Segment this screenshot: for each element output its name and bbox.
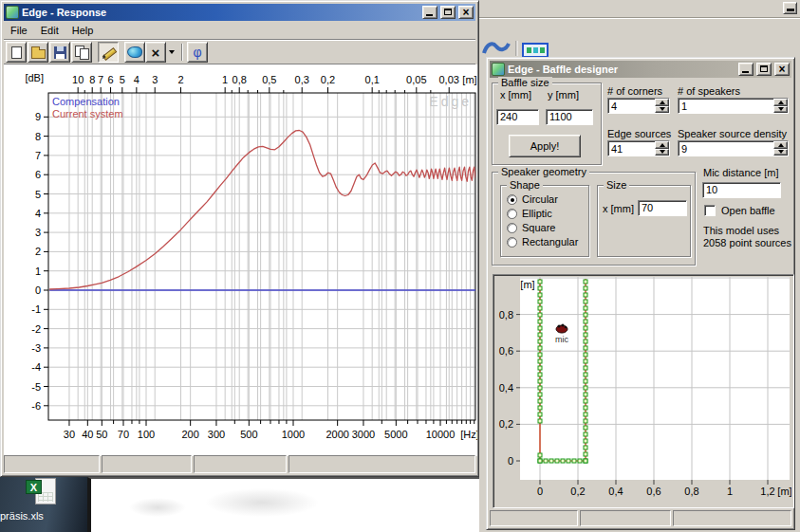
spin-down-button[interactable] — [773, 106, 788, 114]
radio-elliptic[interactable]: Elliptic — [507, 208, 552, 219]
save-floppy-icon — [54, 46, 66, 59]
response-statusbar — [4, 455, 475, 473]
mic-distance-input[interactable]: 10 — [702, 182, 781, 198]
save-button[interactable] — [49, 42, 70, 63]
close-button[interactable]: × — [458, 6, 474, 19]
copy-icon — [75, 46, 88, 59]
maximize-button[interactable] — [756, 63, 772, 76]
edge-sources-label: Edge sources — [607, 128, 671, 139]
apply-button[interactable]: Apply! — [509, 135, 581, 157]
new-document-icon — [11, 46, 22, 59]
svg-text:300: 300 — [208, 429, 225, 440]
minimize-button[interactable] — [422, 6, 437, 19]
shape-group: Shape Circular Elliptic Square Rectangul… — [500, 185, 589, 257]
close-button[interactable]: × — [774, 63, 790, 76]
phase-button[interactable]: φ — [187, 42, 208, 63]
designer-titlebar[interactable]: Edge - Baffle designer × — [490, 61, 791, 78]
background-toolbar-icons — [481, 38, 552, 58]
baffle-size-legend: Baffle size — [498, 77, 552, 88]
menu-edit[interactable]: Edit — [34, 23, 65, 38]
baffle-x-input[interactable]: 240 — [496, 109, 539, 125]
corners-spinner[interactable]: 4 — [607, 98, 670, 114]
radio-square[interactable]: Square — [507, 222, 555, 233]
smooth-button[interactable] — [124, 42, 145, 63]
menu-file[interactable]: File — [4, 23, 34, 38]
size-x-input[interactable]: 70 — [638, 200, 687, 216]
size-group: Size x [mm] 70 — [597, 185, 691, 257]
minimize-button[interactable] — [738, 63, 753, 76]
open-button[interactable] — [28, 42, 48, 63]
source-density-value[interactable]: 9 — [678, 140, 789, 156]
svg-text:6: 6 — [107, 74, 113, 85]
open-baffle-row[interactable]: Open baffle — [704, 205, 775, 216]
delete-dropdown-button[interactable] — [166, 42, 177, 63]
desktop-icon-label[interactable]: präsis.xls — [0, 510, 66, 522]
spin-up-button[interactable] — [655, 99, 669, 106]
open-baffle-checkbox[interactable] — [704, 205, 716, 216]
curve-tool-icon[interactable] — [484, 44, 509, 53]
svg-text:0,2: 0,2 — [570, 486, 585, 497]
svg-text:10000: 10000 — [426, 429, 456, 440]
svg-text:3: 3 — [152, 74, 158, 85]
statusbar-panel — [673, 510, 791, 526]
menubar: File Edit Help — [4, 22, 475, 39]
svg-text:2: 2 — [35, 246, 41, 257]
excel-file-icon[interactable]: X — [26, 478, 58, 506]
svg-text:40: 40 — [82, 429, 93, 440]
maximize-button[interactable] — [440, 6, 456, 19]
designer-statusbar — [490, 510, 791, 526]
response-chart: 9876543210-1-2-3-4-5-6[dB]10876543210,80… — [4, 64, 477, 456]
minimize-button[interactable] — [783, 2, 797, 14]
response-titlebar[interactable]: Edge - Response × — [4, 4, 475, 21]
speakers-value[interactable]: 1 — [678, 98, 789, 114]
new-button[interactable] — [6, 42, 27, 63]
svg-text:70: 70 — [118, 429, 129, 440]
menu-help[interactable]: Help — [65, 23, 101, 38]
svg-text:-4: -4 — [31, 361, 41, 373]
svg-text:7: 7 — [98, 74, 103, 85]
edge-watermark: Edge — [429, 94, 472, 109]
spin-up-button[interactable] — [773, 99, 788, 106]
edge-app-icon — [6, 6, 19, 19]
baffle-y-input[interactable]: 1100 — [546, 109, 593, 125]
svg-text:4: 4 — [134, 74, 140, 85]
mic-label: mic — [555, 335, 568, 344]
pencil-icon — [102, 46, 116, 60]
spin-down-button[interactable] — [773, 149, 788, 156]
size-x-label: x [mm] — [603, 203, 634, 214]
radio-dot-icon[interactable] — [507, 194, 517, 205]
svg-text:0,2: 0,2 — [499, 418, 513, 430]
speaker-geometry-group: Speaker geometry Shape Circular Elliptic… — [492, 172, 696, 266]
copy-button[interactable] — [71, 42, 92, 63]
baffle-x-label: x [mm] — [500, 89, 531, 101]
svg-text:-5: -5 — [31, 381, 41, 393]
radio-dot-icon[interactable] — [507, 209, 517, 219]
response-window-title: Edge - Response — [22, 7, 419, 18]
shape-legend: Shape — [507, 179, 543, 191]
dropdown-arrow-icon — [169, 50, 175, 54]
spin-down-button[interactable] — [655, 149, 669, 156]
svg-text:0: 0 — [508, 455, 513, 467]
svg-text:0,1: 0,1 — [365, 74, 380, 85]
spin-down-button[interactable] — [655, 106, 669, 114]
speakers-spinner[interactable]: 1 — [678, 98, 789, 114]
svg-text:8: 8 — [35, 131, 41, 142]
phi-icon: φ — [193, 46, 201, 59]
open-folder-icon — [31, 49, 46, 59]
radio-circular[interactable]: Circular — [507, 193, 558, 205]
radio-rectangular[interactable]: Rectangular — [507, 236, 578, 248]
svg-text:0,8: 0,8 — [499, 309, 513, 321]
spin-up-button[interactable] — [773, 141, 788, 149]
source-density-spinner[interactable]: 9 — [678, 140, 789, 156]
delete-button[interactable]: × — [145, 42, 166, 63]
radio-dot-icon[interactable] — [507, 223, 517, 233]
svg-text:0,2: 0,2 — [321, 74, 335, 85]
spin-up-button[interactable] — [655, 141, 669, 149]
radio-label: Elliptic — [522, 208, 552, 219]
radio-dot-icon[interactable] — [507, 237, 517, 248]
draw-button[interactable] — [98, 42, 119, 63]
ghost-artifact — [205, 488, 319, 517]
svg-text:[Hz]: [Hz] — [460, 429, 477, 440]
edge-app-icon — [492, 63, 505, 76]
edge-sources-spinner[interactable]: 41 — [607, 140, 670, 156]
